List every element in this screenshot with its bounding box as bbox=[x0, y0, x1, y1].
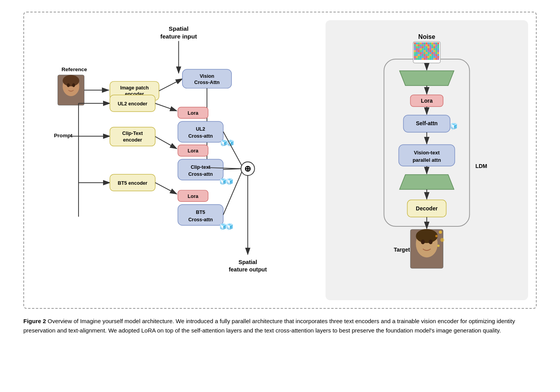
svg-point-127 bbox=[421, 240, 425, 244]
svg-rect-115 bbox=[420, 58, 422, 60]
svg-rect-74 bbox=[416, 52, 418, 54]
svg-rect-49 bbox=[418, 48, 420, 50]
reference-label: Reference bbox=[61, 66, 87, 72]
svg-rect-87 bbox=[416, 54, 418, 56]
svg-rect-14 bbox=[426, 42, 428, 44]
ul2-to-lora-arrow bbox=[155, 103, 177, 111]
svg-rect-44 bbox=[434, 46, 436, 48]
svg-rect-97 bbox=[436, 54, 438, 56]
svg-rect-124 bbox=[438, 58, 439, 60]
ul2-crossattn-box bbox=[178, 121, 223, 142]
svg-rect-17 bbox=[432, 42, 434, 44]
clip-encoder-box bbox=[110, 127, 156, 146]
svg-rect-38 bbox=[422, 46, 424, 48]
svg-rect-50 bbox=[420, 48, 422, 50]
bt5-frozen-icon2: 🧊 bbox=[226, 223, 234, 230]
right-diagram: LDM Noise bbox=[333, 28, 520, 292]
vision-crossattn-label2: Cross-Attn bbox=[194, 80, 220, 85]
svg-rect-84 bbox=[436, 52, 438, 54]
svg-rect-61 bbox=[416, 50, 418, 52]
figure-label: Figure 2 bbox=[23, 318, 46, 324]
svg-point-4 bbox=[67, 83, 70, 87]
svg-rect-25 bbox=[422, 44, 424, 46]
clip-to-lora-arrow bbox=[155, 136, 177, 149]
svg-rect-81 bbox=[430, 52, 432, 54]
svg-rect-20 bbox=[438, 42, 439, 44]
svg-rect-92 bbox=[426, 54, 428, 56]
svg-rect-99 bbox=[414, 56, 416, 58]
svg-rect-52 bbox=[424, 48, 426, 50]
svg-rect-40 bbox=[426, 46, 428, 48]
ul2-encoder-label: UL2 encoder bbox=[118, 101, 147, 107]
svg-rect-89 bbox=[420, 54, 422, 56]
clip-encoder-label2: encoder bbox=[123, 137, 142, 143]
svg-rect-120 bbox=[430, 58, 432, 60]
clip-crossattn-label1: Clip-text bbox=[191, 164, 210, 170]
svg-rect-60 bbox=[414, 50, 416, 52]
svg-rect-30 bbox=[432, 44, 434, 46]
svg-rect-63 bbox=[420, 50, 422, 52]
right-lora-label: Lora bbox=[421, 98, 433, 104]
svg-rect-112 bbox=[414, 58, 416, 60]
svg-rect-32 bbox=[436, 44, 438, 46]
ldm-label: LDM bbox=[476, 163, 487, 169]
bt5-to-lora-arrow bbox=[155, 183, 177, 194]
svg-rect-35 bbox=[416, 46, 418, 48]
svg-rect-36 bbox=[418, 46, 420, 48]
svg-rect-121 bbox=[432, 58, 434, 60]
svg-rect-34 bbox=[414, 46, 416, 48]
svg-rect-62 bbox=[418, 50, 420, 52]
svg-rect-45 bbox=[436, 46, 438, 48]
svg-rect-10 bbox=[418, 42, 420, 44]
target-label: Target bbox=[394, 247, 410, 253]
svg-point-3 bbox=[63, 75, 79, 86]
svg-rect-71 bbox=[436, 50, 438, 52]
svg-rect-46 bbox=[438, 46, 439, 48]
spatial-feature-input-label2: feature input bbox=[160, 33, 197, 40]
svg-rect-107 bbox=[430, 56, 432, 58]
svg-point-130 bbox=[436, 235, 438, 237]
svg-rect-85 bbox=[438, 52, 439, 54]
clip-lora-label: Lora bbox=[188, 148, 199, 154]
encoder-to-vision-arrow bbox=[159, 79, 182, 91]
svg-rect-93 bbox=[428, 54, 430, 56]
svg-rect-48 bbox=[416, 48, 418, 50]
svg-rect-101 bbox=[418, 56, 420, 58]
ul2-crossattn-label2: Cross-attn bbox=[188, 133, 213, 139]
svg-rect-22 bbox=[416, 44, 418, 46]
top-trapezoid bbox=[400, 71, 454, 86]
svg-rect-56 bbox=[432, 48, 434, 50]
svg-rect-23 bbox=[418, 44, 420, 46]
svg-rect-51 bbox=[422, 48, 424, 50]
clip-crossattn-label2: Cross-attn bbox=[188, 172, 213, 177]
svg-rect-70 bbox=[434, 50, 436, 52]
svg-rect-54 bbox=[428, 48, 430, 50]
svg-rect-58 bbox=[436, 48, 438, 50]
svg-rect-26 bbox=[424, 44, 426, 46]
svg-rect-116 bbox=[422, 58, 424, 60]
selfattn-frozen-icon: 🧊 bbox=[450, 122, 458, 130]
figure-caption-text: Overview of Imagine yourself model archi… bbox=[23, 318, 515, 334]
svg-rect-98 bbox=[438, 54, 439, 56]
svg-rect-65 bbox=[424, 50, 426, 52]
svg-rect-12 bbox=[422, 42, 424, 44]
svg-point-126 bbox=[416, 229, 438, 243]
svg-rect-119 bbox=[428, 58, 430, 60]
svg-rect-73 bbox=[414, 52, 416, 54]
svg-point-5 bbox=[72, 83, 75, 87]
ul2-lora-label: Lora bbox=[188, 110, 199, 116]
svg-rect-29 bbox=[430, 44, 432, 46]
noise-pixels bbox=[414, 42, 439, 60]
svg-rect-37 bbox=[420, 46, 422, 48]
svg-rect-106 bbox=[428, 56, 430, 58]
left-diagram: Spatial feature input Reference Image pa… bbox=[32, 20, 318, 285]
svg-rect-68 bbox=[430, 50, 432, 52]
svg-rect-64 bbox=[422, 50, 424, 52]
svg-rect-66 bbox=[426, 50, 428, 52]
svg-rect-118 bbox=[426, 58, 428, 60]
svg-rect-78 bbox=[424, 52, 426, 54]
svg-rect-11 bbox=[420, 42, 422, 44]
svg-rect-76 bbox=[420, 52, 422, 54]
svg-point-128 bbox=[429, 240, 433, 244]
svg-rect-105 bbox=[426, 56, 428, 58]
